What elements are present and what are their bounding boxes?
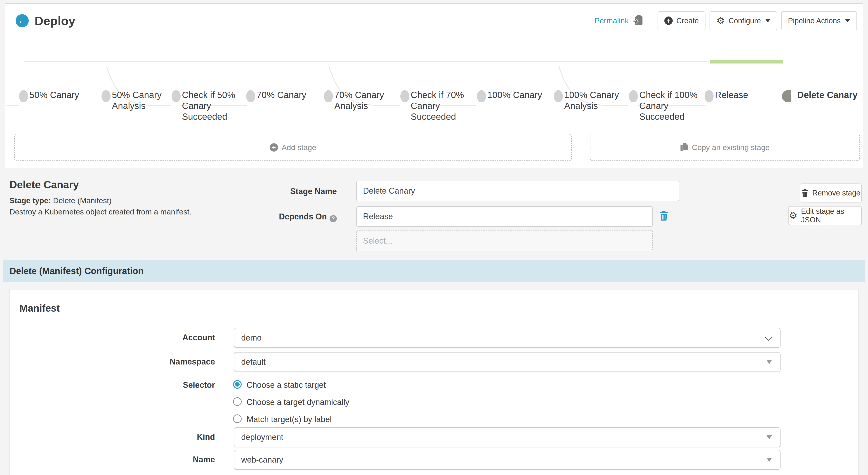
name-value: web-canary (241, 455, 283, 465)
stage-type-line: Stage type: Delete (Manifest) (9, 196, 112, 205)
radio-match-by-label[interactable] (233, 414, 242, 423)
create-button[interactable]: + Create (657, 11, 706, 30)
back-icon[interactable]: ← (16, 14, 29, 27)
help-icon[interactable]: ? (330, 215, 337, 222)
stage-node-50-canary-analysis[interactable] (101, 90, 111, 102)
stage-label[interactable]: 100% Canary (487, 90, 555, 100)
stage-name-label: Stage Name (246, 187, 337, 196)
pipeline-graph: 50% Canary 50% Canary Analysis Check if … (5, 38, 863, 134)
account-select[interactable]: demo (234, 328, 780, 348)
namespace-label: Namespace (125, 357, 215, 367)
config-section-title: Delete (Manifest) Configuration (9, 266, 144, 276)
depends-on-label: Depends On (279, 212, 327, 221)
stage-label[interactable]: 70% Canary Analysis (334, 90, 402, 111)
kind-value: deployment (241, 433, 283, 442)
stage-label[interactable]: 100% Canary Analysis (564, 90, 632, 111)
configure-button[interactable]: ⚙ Configure (710, 11, 777, 30)
stage-label[interactable]: 50% Canary (29, 90, 97, 100)
remove-stage-button[interactable]: Remove stage (800, 184, 862, 202)
manifest-heading: Manifest (20, 303, 60, 314)
account-label: Account (125, 333, 215, 342)
name-label: Name (125, 455, 215, 464)
stage-node-100-canary-analysis[interactable] (554, 90, 563, 102)
page-title: Deploy (35, 14, 75, 28)
dropdown-caret-icon (767, 458, 772, 462)
plus-icon: + (270, 143, 278, 152)
stage-label[interactable]: 50% Canary Analysis (112, 90, 180, 111)
configure-button-label: Configure (728, 17, 761, 25)
stage-node-70-canary[interactable] (246, 90, 255, 102)
stage-label[interactable]: Check if 50% Canary Succeeded (182, 90, 241, 122)
radio-dynamic-target[interactable] (233, 397, 242, 406)
pipeline-card: ← Deploy Permalink + Create ⚙ Configure … (5, 3, 863, 168)
stage-name-input[interactable] (356, 181, 679, 201)
stage-label[interactable]: 70% Canary (256, 90, 324, 100)
edit-json-label: Edit stage as JSON (801, 207, 861, 224)
depends-on-input[interactable] (356, 206, 653, 227)
stage-label[interactable]: Check if 100% Canary Succeeded (639, 90, 698, 122)
pipeline-actions-button[interactable]: Pipeline Actions (781, 11, 857, 30)
radio-static-target[interactable] (233, 380, 242, 389)
chevron-down-icon (765, 333, 772, 341)
depends-on-select[interactable]: Select... (356, 230, 653, 251)
manifest-card: Manifest Account demo Namespace default … (9, 289, 859, 475)
dropdown-caret-icon (767, 360, 772, 364)
name-select[interactable]: web-canary (234, 450, 780, 470)
stage-type-label: Stage type: (9, 196, 51, 205)
chevron-down-icon (765, 19, 770, 22)
config-section-header: Delete (Manifest) Configuration (3, 260, 865, 282)
select-placeholder: Select... (363, 236, 393, 246)
stage-node-70-canary-analysis[interactable] (324, 90, 333, 102)
stage-type-value: Delete (Manifest) (53, 196, 112, 205)
depends-on-label-row: Depends On? (235, 212, 337, 222)
kind-label: Kind (125, 432, 215, 442)
stage-node-100-canary[interactable] (477, 90, 486, 102)
stage-label-selected[interactable]: Delete Canary (797, 90, 865, 100)
copy-stage-label: Copy an existing stage (692, 143, 770, 152)
copy-icon (680, 142, 688, 152)
pipeline-actions-label: Pipeline Actions (788, 17, 841, 25)
add-stage-button[interactable]: + Add stage (14, 134, 572, 161)
trash-icon[interactable] (659, 210, 669, 221)
selector-label: Selector (125, 380, 215, 390)
stage-node-release[interactable] (705, 90, 714, 102)
radio-static-target-label[interactable]: Choose a static target (247, 380, 326, 390)
namespace-value: default (241, 357, 266, 367)
chevron-down-icon (845, 19, 850, 22)
stage-label[interactable]: Check if 70% Canary Succeeded (411, 90, 469, 122)
kind-select[interactable]: deployment (234, 427, 780, 447)
pipeline-header: ← Deploy Permalink + Create ⚙ Configure … (5, 4, 863, 38)
account-value: demo (241, 333, 261, 343)
copy-to-clipboard-icon[interactable] (633, 15, 644, 27)
create-button-label: Create (676, 17, 699, 25)
namespace-select[interactable]: default (234, 352, 780, 372)
radio-match-by-label-label[interactable]: Match target(s) by label (247, 415, 332, 424)
permalink-link[interactable]: Permalink (594, 16, 629, 25)
dropdown-caret-icon (767, 435, 772, 439)
copy-existing-stage-button[interactable]: Copy an existing stage (590, 134, 860, 161)
stage-label[interactable]: Release (715, 90, 783, 100)
remove-stage-label: Remove stage (812, 189, 861, 197)
stage-editor-title: Delete Canary (9, 179, 79, 191)
radio-dynamic-target-label[interactable]: Choose a target dynamically (247, 398, 349, 407)
add-stage-label: Add stage (282, 143, 316, 152)
trash-icon (801, 189, 809, 197)
stage-node-50-canary[interactable] (19, 90, 28, 102)
edit-stage-json-button[interactable]: ⚙ Edit stage as JSON (788, 206, 862, 225)
stage-description: Destroy a Kubernetes object created from… (9, 208, 191, 216)
plus-icon: + (664, 17, 673, 25)
